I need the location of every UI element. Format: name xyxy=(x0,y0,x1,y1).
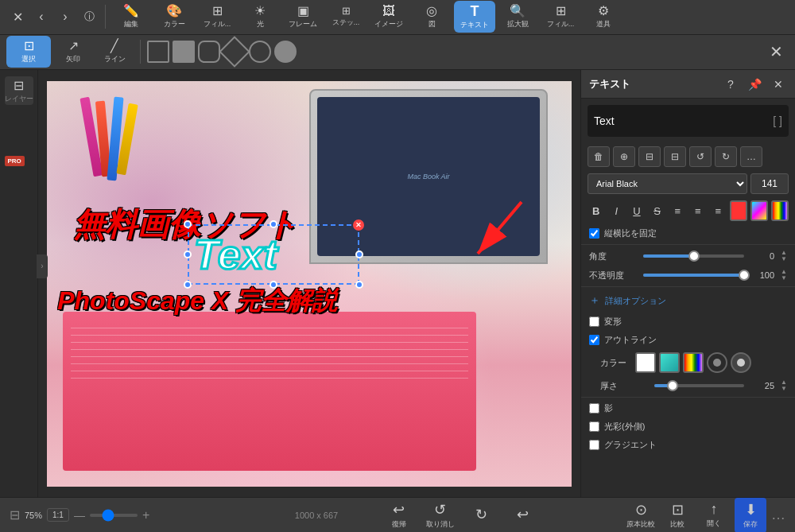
font-size-input[interactable] xyxy=(750,173,789,194)
text-element-close[interactable]: ✕ xyxy=(353,219,364,231)
shape-diamond-btn[interactable] xyxy=(219,36,250,68)
angle-slider-thumb[interactable] xyxy=(688,250,700,262)
tab-text[interactable]: T テキスト xyxy=(454,1,495,33)
handle-mid-right[interactable] xyxy=(355,250,363,258)
angle-slider-track[interactable] xyxy=(643,254,744,258)
shape-circle-filled-btn[interactable] xyxy=(274,41,297,63)
handle-top-center[interactable] xyxy=(270,220,277,228)
sticker-icon: ⊞ xyxy=(342,6,351,16)
opacity-slider-thumb[interactable] xyxy=(739,270,750,281)
outline-circle-btn1[interactable] xyxy=(707,352,727,373)
shape-circle-btn[interactable] xyxy=(249,41,271,63)
shape-rect-btn[interactable] xyxy=(147,41,169,63)
info-button[interactable]: ⓘ xyxy=(78,6,100,28)
forward-button[interactable]: › xyxy=(54,6,76,28)
arrow-tool-btn[interactable]: ↗ 矢印 xyxy=(54,36,92,68)
outline-circle-btn2[interactable] xyxy=(731,352,751,373)
panel-collapse-btn[interactable]: › xyxy=(37,254,48,278)
tab-light[interactable]: ☀ 光 xyxy=(239,1,281,33)
tab-color[interactable]: 🎨 カラー xyxy=(153,1,195,33)
original-compare-btn[interactable]: ⊙ 原本比較 xyxy=(625,501,657,530)
thickness-down-btn[interactable]: ▼ xyxy=(781,386,787,392)
align-left-btn[interactable]: ⊟ xyxy=(638,146,661,167)
text-color-swatch[interactable] xyxy=(730,200,747,221)
more-options-btn[interactable]: … xyxy=(740,146,762,167)
thickness-slider-thumb[interactable] xyxy=(667,380,678,391)
zoom-in-btn[interactable]: — xyxy=(74,509,85,522)
text-rainbow-swatch[interactable] xyxy=(771,200,789,221)
align-right-text-btn[interactable]: ≡ xyxy=(710,200,727,221)
align-left-text-btn[interactable]: ≡ xyxy=(669,200,686,221)
text-gradient-swatch[interactable] xyxy=(750,200,768,221)
font-family-select[interactable]: Arial Black xyxy=(588,173,747,194)
toolbar-close-btn[interactable]: ✕ xyxy=(763,39,789,64)
tab-shape[interactable]: ◎ 図 xyxy=(411,1,452,33)
outline-checkbox[interactable] xyxy=(589,335,599,345)
underline-btn[interactable]: U xyxy=(628,200,646,221)
handle-bottom-center[interactable] xyxy=(270,281,277,289)
details-section-header[interactable]: ＋ 詳細オプション xyxy=(581,289,795,313)
angle-down-btn[interactable]: ▼ xyxy=(781,256,787,262)
tab-fill[interactable]: ⊞ フィル... xyxy=(540,1,581,33)
opacity-slider-track[interactable] xyxy=(643,274,744,277)
tab-edit[interactable]: ✏️ 編集 xyxy=(111,1,152,33)
gradient-checkbox[interactable] xyxy=(589,440,599,450)
shape-rect-filled-btn[interactable] xyxy=(173,41,195,63)
close-button[interactable]: ✕ xyxy=(6,6,29,28)
add-text-btn[interactable]: ⊕ xyxy=(613,146,635,167)
tab-tools[interactable]: ⚙ 道具 xyxy=(583,1,624,33)
handle-bottom-right[interactable] xyxy=(355,281,363,289)
select-tool-btn[interactable]: ⊡ 選択 xyxy=(6,36,51,68)
bracket-button[interactable]: [ ] xyxy=(773,115,782,127)
text-input-area[interactable]: Text [ ] xyxy=(588,105,789,137)
redo-btn[interactable]: ↻ xyxy=(466,506,498,524)
tab-filter[interactable]: ⊞ フィル... xyxy=(196,1,238,33)
open-btn[interactable]: ↑ 開く xyxy=(698,501,730,529)
back-button[interactable]: ‹ xyxy=(30,6,52,28)
tab-frame[interactable]: ▣ フレーム xyxy=(282,1,324,33)
zoom-out-btn[interactable]: ⊟ xyxy=(10,507,20,522)
thickness-slider-track[interactable] xyxy=(654,384,744,387)
opacity-down-btn[interactable]: ▼ xyxy=(781,275,787,282)
panel-pin-btn[interactable]: 📌 xyxy=(746,76,763,93)
handle-mid-left[interactable] xyxy=(184,250,192,258)
zoom-slider[interactable] xyxy=(90,514,138,517)
tab-image[interactable]: 🖼 イメージ xyxy=(368,1,409,33)
layer-button[interactable]: ⊟ レイヤー xyxy=(5,76,33,105)
line-tool-btn[interactable]: ╱ ライン xyxy=(95,36,134,68)
handle-top-left[interactable] xyxy=(184,220,192,228)
rotate-cw-btn[interactable]: ↻ xyxy=(715,146,737,167)
outline-row: アウトライン xyxy=(581,331,795,349)
rotate-ccw-btn[interactable]: ↺ xyxy=(689,146,712,167)
outline-color-swatch-teal[interactable] xyxy=(659,352,680,373)
bottom-more-btn[interactable]: … xyxy=(771,507,785,523)
canvas-area[interactable]: Mac Book Air xyxy=(38,70,580,497)
panel-help-btn[interactable]: ? xyxy=(722,76,739,93)
save-btn[interactable]: ⬇ 保存 xyxy=(735,498,766,533)
tab-sticker[interactable]: ⊞ ステッ... xyxy=(325,1,366,33)
shadow-checkbox[interactable] xyxy=(589,403,599,414)
outline-color-swatch-white[interactable] xyxy=(635,352,656,373)
transform-checkbox[interactable] xyxy=(589,316,599,327)
glow-checkbox[interactable] xyxy=(589,421,599,432)
delete-text-btn[interactable]: 🗑 xyxy=(588,146,610,167)
undo-btn[interactable]: ↩ 復帰 xyxy=(383,501,415,530)
align-center-text-btn[interactable]: ≡ xyxy=(689,200,707,221)
handle-bottom-left[interactable] xyxy=(184,281,192,289)
text-element[interactable]: ✕ Text xyxy=(194,231,353,278)
outline-rainbow-swatch[interactable] xyxy=(683,352,704,373)
tab-magnify[interactable]: 🔍 拡大観 xyxy=(497,1,538,33)
keep-ratio-checkbox[interactable] xyxy=(589,228,599,239)
zoom-plus-btn[interactable]: + xyxy=(142,508,149,522)
bold-btn[interactable]: B xyxy=(588,200,605,221)
panel-close-btn[interactable]: ✕ xyxy=(770,76,787,93)
italic-btn[interactable]: I xyxy=(608,200,626,221)
ratio-1-1-btn[interactable]: 1:1 xyxy=(47,508,69,522)
compare-btn[interactable]: ⊡ 比較 xyxy=(661,501,693,530)
strikethrough-btn[interactable]: S xyxy=(649,200,666,221)
shape-rect-rounded-btn[interactable] xyxy=(198,41,220,63)
undo2-btn[interactable]: ↺ 取り消し xyxy=(425,501,456,530)
align-right-btn[interactable]: ⊟ xyxy=(664,146,686,167)
redo2-btn[interactable]: ↩ xyxy=(507,506,539,524)
bottom-left: ⊟ 75% 1:1 — + xyxy=(10,507,250,522)
